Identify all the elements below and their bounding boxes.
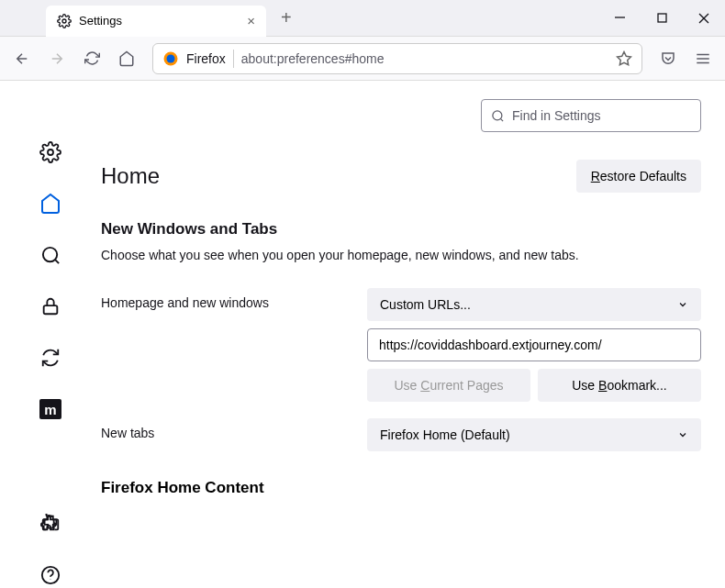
- nav-more-icon[interactable]: m: [38, 396, 63, 422]
- svg-marker-7: [618, 51, 631, 64]
- homepage-label: Homepage and new windows: [101, 288, 367, 310]
- close-tab-icon[interactable]: ×: [247, 13, 255, 28]
- nav-home-icon[interactable]: [38, 191, 63, 216]
- find-settings-input[interactable]: Find in Settings: [481, 99, 701, 132]
- find-settings-placeholder: Find in Settings: [512, 108, 601, 123]
- bookmark-star-icon[interactable]: [616, 50, 632, 67]
- browser-tab[interactable]: Settings ×: [46, 6, 266, 37]
- menu-button[interactable]: [688, 44, 718, 73]
- forward-button: [42, 44, 72, 73]
- search-icon: [491, 109, 505, 123]
- new-tab-button[interactable]: +: [273, 7, 299, 28]
- url-bar[interactable]: Firefox about:preferences#home: [152, 43, 642, 74]
- nav-help-icon[interactable]: [38, 562, 63, 588]
- url-separator: [233, 50, 234, 68]
- svg-point-6: [167, 54, 175, 62]
- newtabs-mode-value: Firefox Home (Default): [380, 427, 510, 442]
- chevron-down-icon: [677, 299, 688, 310]
- settings-sidebar: m: [0, 81, 101, 588]
- svg-point-0: [62, 19, 66, 23]
- svg-point-17: [493, 110, 502, 119]
- svg-point-11: [48, 150, 53, 155]
- content-area: m Find in Settings Home Restore Defaults…: [0, 81, 725, 588]
- home-button[interactable]: [112, 44, 141, 73]
- restore-defaults-button[interactable]: Restore Defaults: [576, 160, 701, 193]
- svg-rect-2: [658, 14, 666, 22]
- homepage-mode-select[interactable]: Custom URLs...: [367, 288, 701, 321]
- nav-extensions-icon[interactable]: [38, 511, 63, 537]
- section-new-windows-desc: Choose what you see when you open your h…: [101, 248, 701, 262]
- url-identity-label: Firefox: [186, 51, 226, 66]
- firefox-logo-icon: [162, 50, 179, 67]
- nav-general-icon[interactable]: [38, 139, 63, 165]
- use-bookmark-button[interactable]: Use Bookmark...: [538, 369, 701, 402]
- newtabs-label: New tabs: [101, 418, 367, 440]
- nav-privacy-icon[interactable]: [38, 294, 63, 319]
- save-pocket-button[interactable]: [653, 44, 683, 73]
- chevron-down-icon: [677, 429, 688, 440]
- svg-line-18: [500, 118, 503, 121]
- titlebar: Settings × +: [0, 0, 725, 37]
- svg-rect-14: [44, 305, 58, 314]
- homepage-url-input[interactable]: [367, 328, 701, 361]
- maximize-button[interactable]: [641, 0, 683, 37]
- newtabs-mode-select[interactable]: Firefox Home (Default): [367, 418, 701, 451]
- gear-icon: [57, 14, 72, 28]
- page-title: Home: [101, 163, 160, 189]
- use-current-pages-button[interactable]: Use Current Pages: [367, 369, 530, 402]
- back-button[interactable]: [7, 44, 37, 73]
- toolbar: Firefox about:preferences#home: [0, 37, 725, 81]
- section-new-windows-title: New Windows and Tabs: [101, 220, 701, 239]
- minimize-button[interactable]: [598, 0, 641, 37]
- nav-search-icon[interactable]: [38, 242, 63, 268]
- section-home-content-title: Firefox Home Content: [101, 479, 701, 497]
- url-text: about:preferences#home: [241, 51, 608, 66]
- reload-button[interactable]: [77, 44, 106, 73]
- homepage-mode-value: Custom URLs...: [380, 297, 471, 312]
- svg-line-13: [54, 259, 58, 262]
- tab-title: Settings: [79, 14, 122, 28]
- close-window-button[interactable]: [683, 0, 725, 37]
- settings-main: Find in Settings Home Restore Defaults N…: [101, 81, 725, 588]
- window-controls: [598, 0, 725, 37]
- nav-sync-icon[interactable]: [38, 345, 63, 371]
